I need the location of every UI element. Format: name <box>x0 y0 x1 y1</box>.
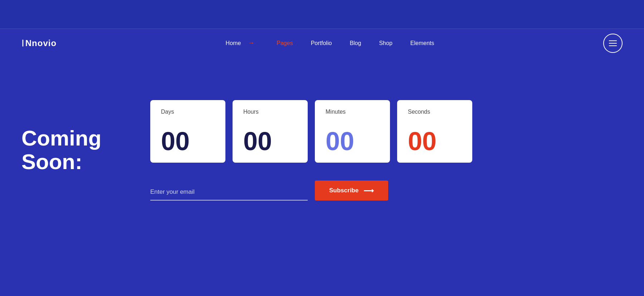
main-content: ComingSoon: Days 00 Hours 00 Minutes 00 … <box>0 57 644 250</box>
email-input[interactable] <box>150 184 308 201</box>
nav-arrow-icon: → <box>248 39 254 46</box>
days-label: Days <box>161 109 215 115</box>
logo: INnovio <box>21 38 57 49</box>
hours-value: 00 <box>243 128 297 154</box>
subscribe-button-label: Subscribe <box>329 187 358 194</box>
nav-link-home[interactable]: Home <box>226 40 241 46</box>
top-bar <box>0 0 644 29</box>
minutes-value: 00 <box>326 128 379 154</box>
countdown-area: Days 00 Hours 00 Minutes 00 Seconds 00 <box>150 100 623 201</box>
hours-label: Hours <box>243 109 297 115</box>
logo-text: Nnovio <box>25 38 57 48</box>
coming-soon-heading: ComingSoon: <box>21 127 129 174</box>
nav-item-home[interactable]: Home <box>226 40 241 46</box>
seconds-label: Seconds <box>408 109 462 115</box>
nav-item-pages[interactable]: Pages <box>277 40 293 46</box>
hamburger-button[interactable] <box>603 34 623 53</box>
minutes-label: Minutes <box>326 109 379 115</box>
days-value: 00 <box>161 128 215 154</box>
subscribe-area: Subscribe ⟶ <box>150 181 623 201</box>
seconds-value: 00 <box>408 128 462 154</box>
email-input-wrapper <box>150 184 308 201</box>
nav-link-pages[interactable]: Pages <box>277 40 293 46</box>
subscribe-button[interactable]: Subscribe ⟶ <box>315 181 388 201</box>
countdown-cards: Days 00 Hours 00 Minutes 00 Seconds 00 <box>150 100 472 163</box>
nav-item-elements[interactable]: Elements <box>410 40 434 46</box>
logo-bracket: I <box>21 38 25 49</box>
nav-link-portfolio[interactable]: Portfolio <box>311 40 332 46</box>
navbar: INnovio Home → Pages Portfolio Blog Shop… <box>0 29 644 57</box>
nav-link-shop[interactable]: Shop <box>379 40 392 46</box>
nav-link-blog[interactable]: Blog <box>350 40 361 46</box>
countdown-card-seconds: Seconds 00 <box>397 100 472 163</box>
countdown-card-days: Days 00 <box>150 100 225 163</box>
nav-item-shop[interactable]: Shop <box>379 40 392 46</box>
coming-soon-text: ComingSoon: <box>21 126 101 174</box>
hamburger-line-3 <box>609 45 617 46</box>
nav-links: Home → Pages Portfolio Blog Shop Element… <box>226 39 434 47</box>
subscribe-arrow-icon: ⟶ <box>364 186 374 195</box>
hamburger-line-1 <box>609 40 617 41</box>
hamburger-line-2 <box>609 43 617 44</box>
nav-item-portfolio[interactable]: Portfolio <box>311 40 332 46</box>
nav-link-elements[interactable]: Elements <box>410 40 434 46</box>
nav-item-blog[interactable]: Blog <box>350 40 361 46</box>
countdown-card-hours: Hours 00 <box>233 100 308 163</box>
countdown-card-minutes: Minutes 00 <box>315 100 390 163</box>
